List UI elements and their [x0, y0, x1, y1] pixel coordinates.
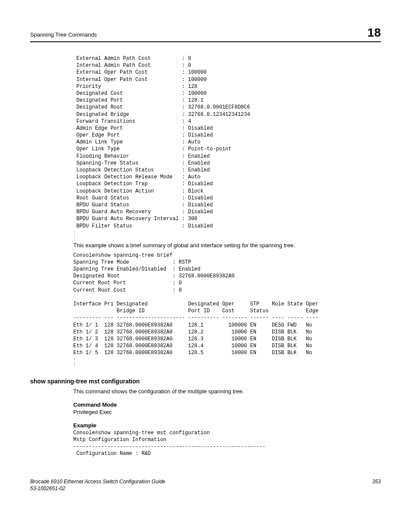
command-mode-heading: Command Mode	[73, 401, 381, 408]
code-output-block-2: Console#show spanning-tree brief Spannin…	[73, 252, 381, 357]
code-output-block-1: External Admin Path Cost : 0 Internal Ad…	[73, 55, 381, 230]
page-footer: Brocade 6910 Ethernet Access Switch Conf…	[30, 479, 381, 492]
command-description: This command shows the configuration of …	[73, 388, 381, 395]
footer-docnum: 53-1002651-02	[30, 485, 65, 492]
footer-left: Brocade 6910 Ethernet Access Switch Conf…	[30, 479, 165, 492]
example-heading: Example	[73, 422, 381, 429]
code-output-block-3: Console#show spanning-tree mst configura…	[73, 429, 381, 457]
command-heading: show spanning-tree mst configuration	[30, 378, 381, 385]
command-body: This command shows the configuration of …	[73, 388, 381, 457]
ellipsis-icon: ...	[73, 230, 381, 239]
ellipsis-icon: ...	[73, 357, 381, 366]
main-content: External Admin Path Cost : 0 Internal Ad…	[73, 55, 381, 366]
chapter-number: 18	[367, 26, 381, 40]
page-number: 353	[372, 479, 381, 492]
page-header: Spanning Tree Commands 18	[30, 26, 381, 42]
section-title: Spanning Tree Commands	[30, 31, 97, 38]
example-intro-text: This example shows a brief summary of gl…	[73, 242, 381, 249]
command-mode-text: Privileged Exec	[73, 409, 381, 415]
footer-title: Brocade 6910 Ethernet Access Switch Conf…	[30, 479, 165, 485]
